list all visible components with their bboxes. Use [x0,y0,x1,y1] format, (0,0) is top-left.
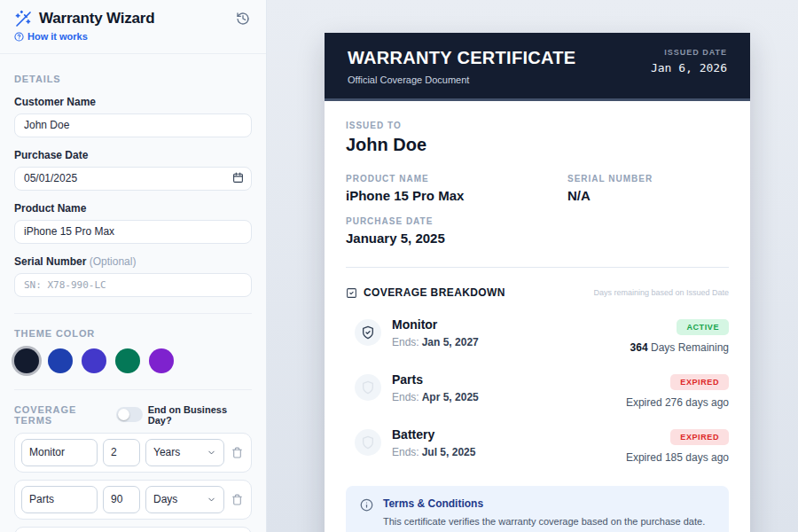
coverage-term-row: Days [14,480,252,520]
details-heading: DETAILS [14,74,252,84]
theme-swatch-purple[interactable] [149,348,174,373]
issued-to-value: John Doe [346,135,729,155]
history-button[interactable] [234,10,252,27]
term-unit-select[interactable]: Days [145,486,224,513]
business-day-toggle[interactable] [116,407,143,422]
terms-title: Terms & Conditions [383,497,705,510]
coverage-term-row: Months [14,527,252,532]
coverage-item: Parts Ends:Apr 5, 2025 EXPIRED Expired 2… [346,372,729,409]
theme-swatches [14,348,252,373]
product-name-label: PRODUCT NAME [346,174,567,184]
certificate-subtitle: Official Coverage Document [348,74,575,85]
status-badge-active: ACTIVE [677,319,729,335]
theme-swatch-navy[interactable] [14,348,39,373]
issued-date-label: ISSUED DATE [651,48,727,57]
customer-name-input[interactable] [14,113,252,137]
coverage-item-remaining: 364 Days Remaining [630,341,729,354]
serial-number-input[interactable] [14,273,252,297]
coverage-item: Battery Ends:Jul 5, 2025 EXPIRED Expired… [346,427,729,464]
checklist-icon [346,287,357,299]
sidebar: Warranty Wizard How it works DETAILS Cus… [0,0,267,532]
term-unit-value: Days [153,493,177,505]
product-name-value: iPhone 15 Pro Max [346,188,567,203]
coverage-breakdown-heading: COVERAGE BREAKDOWN [364,286,505,299]
issued-to-label: ISSUED TO [346,121,729,130]
shield-check-icon [355,319,381,346]
help-circle-icon [14,32,24,42]
wand-sparkles-icon [14,10,32,27]
coverage-item-name: Battery [392,427,475,442]
coverage-item: Monitor Ends:Jan 5, 2027 ACTIVE 364 Days… [346,317,729,354]
shield-icon-dim [355,374,381,401]
terms-body: This certificate verifies the warranty c… [383,515,705,529]
how-it-works-link[interactable]: How it works [14,31,88,42]
sidebar-header: Warranty Wizard How it works [0,0,266,54]
product-name-input[interactable] [14,220,252,244]
term-name-input[interactable] [21,439,98,466]
coverage-item-remaining: Expired 185 days ago [626,451,729,464]
delete-term-button[interactable] [230,492,245,507]
info-icon [360,498,373,512]
theme-swatch-green[interactable] [115,348,140,373]
serial-number-label: SERIAL NUMBER [567,174,729,184]
certificate-title: WARRANTY CERTIFICATE [348,48,575,68]
serial-optional-note: (Optional) [90,255,137,268]
purchase-date-label: PURCHASE DATE [346,216,729,226]
warranty-certificate-card: WARRANTY CERTIFICATE Official Coverage D… [325,33,750,532]
status-badge-expired: EXPIRED [670,374,729,390]
coverage-terms-heading: COVERAGE TERMS [14,404,116,426]
certificate-preview-pane: WARRANTY CERTIFICATE Official Coverage D… [267,0,798,532]
chevron-down-icon [207,495,216,505]
purchase-date-input[interactable] [14,167,252,191]
certificate-header: WARRANTY CERTIFICATE Official Coverage D… [325,33,750,101]
how-it-works-label: How it works [27,31,88,42]
product-name-label: Product Name [14,202,252,215]
purchase-date-label: Purchase Date [14,149,252,161]
delete-term-button[interactable] [230,445,245,460]
coverage-term-row: Years [14,433,252,473]
app-title: Warranty Wizard [39,10,154,27]
calendar-icon[interactable] [232,172,244,184]
serial-number-value: N/A [567,188,729,203]
coverage-item-name: Monitor [392,317,479,332]
customer-name-label: Customer Name [14,96,252,108]
serial-number-label: Serial Number (Optional) [14,255,252,268]
term-unit-value: Years [153,446,180,458]
purchase-date-value: January 5, 2025 [346,231,729,246]
coverage-item-name: Parts [392,372,479,387]
term-unit-select[interactable]: Years [145,439,224,466]
shield-icon-dim [355,429,381,456]
coverage-item-ends: Ends:Jul 5, 2025 [392,446,475,458]
theme-color-heading: THEME COLOR [14,328,252,339]
term-duration-input[interactable] [103,486,140,513]
issued-date-value: Jan 6, 2026 [651,61,727,74]
business-day-toggle-label: End on Business Day? [148,404,252,426]
coverage-item-ends: Ends:Jan 5, 2027 [392,336,479,348]
terms-and-conditions-box: Terms & Conditions This certificate veri… [346,486,729,532]
chevron-down-icon [207,448,216,458]
term-duration-input[interactable] [103,439,140,466]
term-name-input[interactable] [21,486,98,513]
coverage-item-remaining: Expired 276 days ago [626,396,729,409]
theme-swatch-indigo[interactable] [82,348,106,373]
status-badge-expired: EXPIRED [670,429,729,445]
coverage-item-ends: Ends:Apr 5, 2025 [392,391,479,403]
breakdown-note: Days remaining based on Issued Date [593,288,729,297]
theme-swatch-blue[interactable] [48,348,73,373]
